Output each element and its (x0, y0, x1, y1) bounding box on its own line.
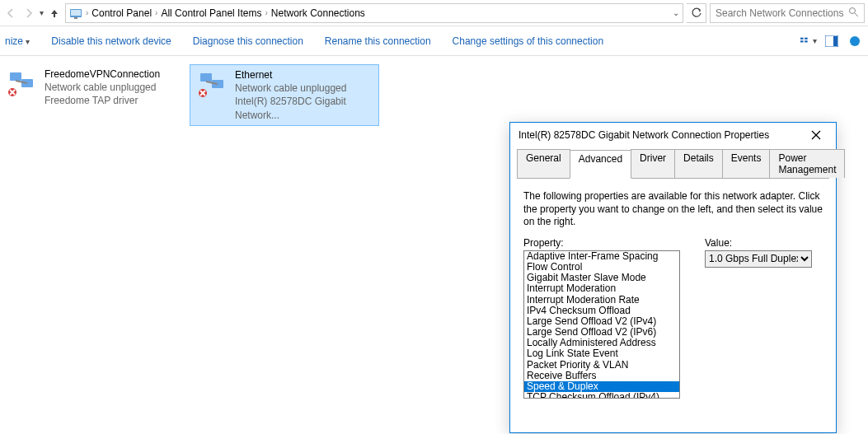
tab-driver[interactable]: Driver (631, 149, 675, 178)
back-arrow-icon[interactable] (3, 6, 18, 21)
forward-arrow-icon[interactable] (21, 6, 36, 21)
connection-status: Network cable unplugged (45, 81, 160, 94)
tab-general[interactable]: General (517, 149, 570, 178)
preview-pane-icon[interactable] (823, 34, 840, 49)
value-label: Value: (705, 237, 812, 249)
svg-rect-7 (805, 37, 808, 39)
value-select[interactable]: 1.0 Gbps Full Duplex (705, 250, 812, 268)
property-item[interactable]: IPv4 Checksum Offload (524, 306, 679, 316)
toolbar: nize ▾ Disable this network device Diagn… (0, 26, 868, 56)
svg-rect-18 (200, 73, 212, 82)
connection-item-ethernet[interactable]: Ethernet Network cable unplugged Intel(R… (190, 64, 379, 126)
svg-rect-1 (71, 10, 81, 16)
svg-rect-12 (10, 72, 21, 81)
close-button[interactable] (805, 125, 828, 145)
change-settings-button[interactable]: Change settings of this connection (453, 35, 603, 47)
property-item[interactable]: Adaptive Inter-Frame Spacing (524, 251, 679, 262)
tab-events[interactable]: Events (722, 149, 771, 178)
dialog-titlebar[interactable]: Intel(R) 82578DC Gigabit Network Connect… (510, 123, 836, 147)
breadcrumb-leaf[interactable]: Network Connections (271, 7, 365, 19)
chevron-right-icon: › (155, 8, 157, 17)
diagnose-button[interactable]: Diagnose this connection (193, 35, 303, 47)
connection-item-vpn[interactable]: FreedomeVPNConnection Network cable unpl… (0, 64, 190, 126)
chevron-right-icon: › (265, 8, 267, 17)
dialog-tabs: General Advanced Driver Details Events P… (517, 149, 829, 179)
refresh-button[interactable] (687, 3, 706, 23)
tab-power-management[interactable]: Power Management (769, 149, 845, 178)
breadcrumb-root[interactable]: Control Panel (91, 7, 152, 19)
property-item[interactable]: Packet Priority & VLAN (524, 360, 679, 371)
dialog-description: The following properties are available f… (523, 190, 823, 229)
search-icon (848, 7, 859, 20)
connection-title: FreedomeVPNConnection (45, 68, 160, 81)
view-options-icon[interactable]: ▾ (800, 34, 817, 49)
svg-rect-5 (800, 37, 804, 39)
property-listbox[interactable]: Adaptive Inter-Frame SpacingFlow Control… (523, 250, 680, 399)
connection-status: Network cable unplugged (235, 82, 373, 95)
rename-button[interactable]: Rename this connection (325, 35, 431, 47)
property-item[interactable]: Log Link State Event (524, 348, 679, 359)
history-dropdown-icon[interactable]: ▾ (40, 8, 44, 17)
dialog-body: The following properties are available f… (510, 179, 836, 405)
dialog-title-text: Intel(R) 82578DC Gigabit Network Connect… (518, 129, 805, 141)
network-adapter-icon (5, 68, 38, 100)
tab-advanced[interactable]: Advanced (570, 150, 631, 179)
help-icon[interactable] (847, 34, 863, 49)
organize-button[interactable]: nize ▾ (5, 35, 30, 47)
connection-title: Ethernet (235, 68, 373, 82)
network-adapter-icon (195, 68, 228, 101)
address-dropdown-icon[interactable]: ⌄ (673, 8, 679, 17)
search-input[interactable]: Search Network Connections (710, 3, 865, 23)
property-item[interactable]: Interrupt Moderation (524, 283, 679, 294)
address-bar: ▾ › Control Panel › All Control Panel It… (0, 0, 868, 26)
control-panel-icon (69, 7, 82, 20)
svg-rect-6 (800, 40, 804, 42)
svg-rect-2 (74, 17, 77, 19)
svg-rect-8 (805, 40, 808, 42)
property-item[interactable]: Interrupt Moderation Rate (524, 295, 679, 306)
connection-adapter: Freedome TAP driver (45, 94, 160, 107)
svg-point-3 (850, 7, 856, 13)
svg-line-4 (855, 13, 858, 16)
connections-list: FreedomeVPNConnection Network cable unpl… (0, 56, 868, 126)
property-label: Property: (523, 237, 680, 249)
property-item[interactable]: TCP Checksum Offload (IPv4) (524, 392, 679, 399)
svg-point-11 (850, 36, 860, 46)
connection-adapter: Intel(R) 82578DC Gigabit Network... (235, 95, 373, 121)
properties-dialog: Intel(R) 82578DC Gigabit Network Connect… (509, 122, 837, 433)
svg-rect-10 (833, 36, 838, 46)
chevron-right-icon: › (86, 8, 88, 17)
tab-details[interactable]: Details (674, 149, 723, 178)
breadcrumb[interactable]: › Control Panel › All Control Panel Item… (65, 3, 683, 23)
search-placeholder: Search Network Connections (716, 7, 843, 19)
breadcrumb-mid[interactable]: All Control Panel Items (161, 7, 261, 19)
disable-device-button[interactable]: Disable this network device (51, 35, 171, 47)
up-arrow-icon[interactable] (47, 6, 62, 21)
